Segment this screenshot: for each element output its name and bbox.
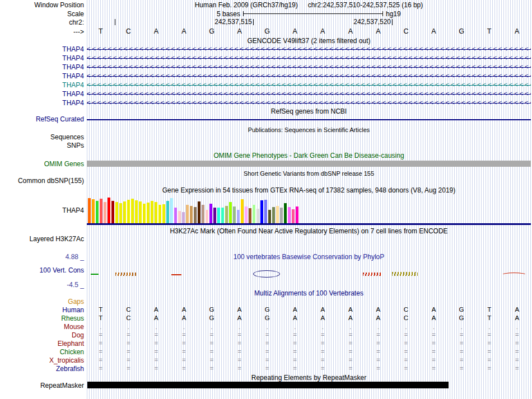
alignment-gap-mark: =: [392, 365, 420, 372]
multiz-species-label-mouse[interactable]: Mouse: [0, 323, 84, 331]
transcript-intron-arrows[interactable]: <<<<<<<<<<<<<<<<<<<<<<<<<<<<<<<<<<<<<<<<…: [87, 45, 531, 54]
omim-gene-bar[interactable]: [87, 161, 531, 167]
track-label-thap4[interactable]: THAP4: [0, 72, 84, 80]
gtex-gene-model-line[interactable]: [87, 223, 531, 225]
alignment-gap-mark: =: [447, 356, 475, 363]
h3k27ac-track-title: H3K27Ac Mark (Often Found Near Active Re…: [87, 227, 531, 235]
transcript-intron-arrows[interactable]: <<<<<<<<<<<<<<<<<<<<<<<<<<<<<<<<<<<<<<<<…: [87, 81, 531, 90]
multiz-species-label-x_tropicalis[interactable]: X_tropicalis: [0, 356, 84, 364]
phylop-mark-dash: [171, 274, 181, 275]
track-label-thap4[interactable]: THAP4: [0, 45, 84, 53]
multiz-species-label-dog[interactable]: Dog: [0, 331, 84, 339]
base-letter: C: [392, 27, 420, 35]
track-label-thap4[interactable]: THAP4: [0, 99, 84, 107]
alignment-base: A: [142, 306, 170, 313]
publications-track-title: Publications: Sequences in Scientific Ar…: [87, 126, 531, 134]
track-label-sequences[interactable]: Sequences: [0, 133, 84, 141]
track-label-omim-genes[interactable]: OMIM Genes: [0, 160, 84, 168]
repeat-element-bar[interactable]: [87, 382, 449, 388]
base-letter: G: [253, 27, 281, 35]
coordinate-label: 242,537,520: [324, 18, 391, 26]
track-label-thap4[interactable]: THAP4: [0, 63, 84, 71]
gtex-tissue-bar: [123, 201, 126, 223]
alignment-gap-mark: =: [226, 340, 254, 346]
gtex-tissue-bar: [256, 209, 259, 223]
multiz-species-label-chicken[interactable]: Chicken: [0, 348, 84, 356]
gtex-tissue-bar: [280, 208, 283, 223]
alignment-gap-mark: =: [226, 365, 254, 372]
track-label-thap4[interactable]: THAP4: [0, 90, 84, 98]
alignment-gap-mark: =: [503, 348, 531, 355]
track-label-100-vert-cons[interactable]: 100 Vert. Cons: [0, 266, 84, 274]
alignment-base: A: [281, 306, 309, 313]
multiz-species-label-gaps[interactable]: Gaps: [0, 298, 84, 306]
alignment-gap-mark: =: [253, 331, 281, 338]
alignment-base: G: [198, 314, 226, 321]
gtex-tissue-bar: [217, 208, 220, 223]
track-label-repeatmasker[interactable]: RepeatMasker: [0, 382, 84, 389]
gtex-tissue-bar: [209, 204, 212, 223]
transcript-intron-arrows[interactable]: <<<<<<<<<<<<<<<<<<<<<<<<<<<<<<<<<<<<<<<<…: [87, 54, 531, 63]
multiz-species-label-rhesus[interactable]: Rhesus: [0, 314, 84, 322]
alignment-gap-mark: =: [198, 331, 226, 338]
alignment-dot: .: [226, 323, 254, 330]
multiz-species-label-elephant[interactable]: Elephant: [0, 340, 84, 348]
transcript-intron-arrows[interactable]: <<<<<<<<<<<<<<<<<<<<<<<<<<<<<<<<<<<<<<<<…: [87, 98, 531, 107]
base-letter: A: [226, 27, 254, 35]
alignment-base: A: [337, 314, 365, 321]
transcript-intron-arrows[interactable]: <<<<<<<<<<<<<<<<<<<<<<<<<<<<<<<<<<<<<<<<…: [87, 72, 531, 81]
gtex-tissue-bar: [108, 198, 110, 223]
track-label-thap4[interactable]: THAP4: [0, 81, 84, 89]
alignment-base: G: [447, 314, 475, 321]
gtex-tissue-bar: [131, 199, 134, 223]
track-label-snps[interactable]: SNPs: [0, 142, 84, 149]
refseq-gene-line[interactable]: [87, 119, 531, 120]
phylop-mark-squiggle: [392, 272, 418, 276]
base-letter: A: [365, 27, 393, 35]
alignment-gap-mark: =: [87, 331, 115, 338]
alignment-base: G: [198, 306, 226, 313]
coordinate-tick: [392, 19, 393, 25]
alignment-dot: .: [365, 323, 393, 330]
assembly-text: Human Feb. 2009 (GRCh37/hg19): [195, 1, 298, 9]
gtex-tissue-bar: [202, 205, 204, 223]
gtex-tissue-bar: [162, 204, 165, 223]
transcript-intron-arrows[interactable]: <<<<<<<<<<<<<<<<<<<<<<<<<<<<<<<<<<<<<<<<…: [87, 90, 531, 98]
multiz-species-label-zebrafish[interactable]: Zebrafish: [0, 365, 84, 373]
multiz-species-label-human[interactable]: Human: [0, 306, 84, 314]
alignment-gap-mark: =: [420, 348, 448, 355]
alignment-gap-mark: =: [170, 348, 198, 355]
track-label-common-dbsnp[interactable]: Common dbSNP(155): [0, 177, 84, 185]
track-label-layered-h3k27ac[interactable]: Layered H3K27Ac: [0, 235, 84, 243]
gtex-tissue-bar: [151, 201, 153, 223]
phylop-mark-dash: [91, 274, 99, 275]
alignment-gap-mark: =: [475, 331, 503, 338]
gtex-tissue-bar: [233, 206, 236, 223]
alignment-gap-mark: =: [198, 340, 226, 346]
alignment-gap-mark: =: [281, 348, 309, 355]
alignment-gap-mark: =: [170, 331, 198, 338]
gtex-tissue-bar: [135, 200, 138, 223]
alignment-gap-mark: =: [115, 331, 143, 338]
window-position-value: Human Feb. 2009 (GRCh37/hg19) chr2:242,5…: [87, 1, 531, 9]
gtex-tissue-bar: [249, 208, 251, 223]
alignment-base: A: [309, 306, 337, 313]
gtex-tissue-bar: [147, 203, 150, 223]
gtex-tissue-bar: [206, 210, 208, 223]
gtex-tissue-bar: [111, 201, 114, 223]
gtex-tissue-bar: [276, 206, 279, 223]
alignment-base: A: [420, 306, 448, 313]
alignment-gap-mark: =: [337, 348, 365, 355]
gtex-tissue-bar: [253, 205, 255, 223]
track-label-gtex-thap4[interactable]: THAP4: [0, 206, 84, 214]
transcript-intron-arrows[interactable]: <<<<<<<<<<<<<<<<<<<<<<<<<<<<<<<<<<<<<<<<…: [87, 63, 531, 72]
alignment-gap-mark: =: [503, 331, 531, 338]
alignment-dot: .: [503, 323, 531, 330]
track-label-refseq-curated[interactable]: RefSeq Curated: [0, 115, 84, 123]
alignment-gap-mark: =: [309, 365, 337, 372]
alignment-gap-mark: =: [281, 356, 309, 363]
alignment-gap-mark: =: [475, 365, 503, 372]
track-label-thap4[interactable]: THAP4: [0, 54, 84, 62]
alignment-base: A: [170, 306, 198, 313]
gtex-tissue-bar: [186, 205, 189, 223]
